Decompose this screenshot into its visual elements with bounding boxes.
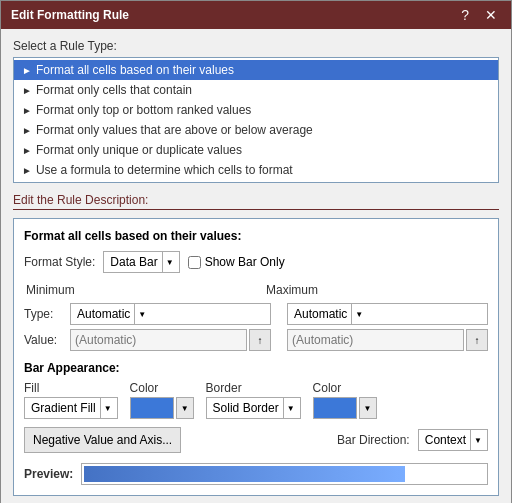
type-selects: Automatic ▼ Automatic ▼ — [70, 303, 488, 325]
value-max-picker-btn[interactable]: ↑ — [466, 329, 488, 351]
preview-bar-fill — [84, 466, 405, 482]
negative-value-axis-button[interactable]: Negative Value and Axis... — [24, 427, 181, 453]
fill-color-swatch[interactable] — [130, 397, 174, 419]
type-min-select[interactable]: Automatic ▼ — [70, 303, 271, 325]
rule-desc-section-label: Edit the Rule Description: — [13, 193, 499, 210]
title-bar-controls: ? ✕ — [457, 7, 501, 23]
min-max-header-row: Minimum Maximum — [24, 283, 488, 299]
rule-item-5-arrow: ► — [22, 165, 32, 176]
bar-appearance-label: Bar Appearance: — [24, 361, 488, 375]
type-max-select[interactable]: Automatic ▼ — [287, 303, 488, 325]
rule-item-2[interactable]: ► Format only top or bottom ranked value… — [14, 100, 498, 120]
format-style-select[interactable]: Data Bar ▼ — [103, 251, 179, 273]
fill-dropdown-arrow[interactable]: ▼ — [100, 398, 115, 418]
bar-direction-dropdown-arrow[interactable]: ▼ — [470, 430, 485, 450]
dialog-title: Edit Formatting Rule — [11, 8, 129, 22]
edit-formatting-rule-dialog: Edit Formatting Rule ? ✕ Select a Rule T… — [0, 0, 512, 503]
value-min-input[interactable] — [70, 329, 247, 351]
border-color-label: Color — [313, 381, 377, 395]
fill-controls: Gradient Fill ▼ — [24, 397, 118, 419]
show-bar-only-label: Show Bar Only — [205, 255, 285, 269]
border-col: Border Solid Border ▼ — [206, 381, 301, 419]
type-max-arrow[interactable]: ▼ — [351, 304, 366, 324]
minimum-col: Minimum — [24, 283, 248, 299]
preview-bar-container — [81, 463, 488, 485]
fill-color-controls: ▼ — [130, 397, 194, 419]
value-min-wrap: ↑ — [70, 329, 271, 351]
rule-item-1-arrow: ► — [22, 85, 32, 96]
rule-item-0-label: Format all cells based on their values — [36, 63, 234, 77]
fill-color-col: Color ▼ — [130, 381, 194, 419]
rule-item-2-label: Format only top or bottom ranked values — [36, 103, 251, 117]
type-min-value: Automatic — [73, 307, 134, 321]
rule-type-label: Select a Rule Type: — [13, 39, 499, 53]
show-bar-only-row: Show Bar Only — [188, 255, 285, 269]
rule-item-5-label: Use a formula to determine which cells t… — [36, 163, 293, 177]
bar-direction-group: Bar Direction: Context ▼ — [337, 429, 488, 451]
rule-item-1-label: Format only cells that contain — [36, 83, 192, 97]
fill-color-dropdown-btn[interactable]: ▼ — [176, 397, 194, 419]
format-style-row: Format Style: Data Bar ▼ Show Bar Only — [24, 251, 488, 273]
value-max-input[interactable] — [287, 329, 464, 351]
border-label: Border — [206, 381, 301, 395]
color-label: Color — [130, 381, 194, 395]
value-max-wrap: ↑ — [287, 329, 488, 351]
rule-item-3-arrow: ► — [22, 125, 32, 136]
rule-item-1[interactable]: ► Format only cells that contain — [14, 80, 498, 100]
rule-type-listbox: ► Format all cells based on their values… — [13, 57, 499, 183]
border-color-dropdown-btn[interactable]: ▼ — [359, 397, 377, 419]
border-dropdown-arrow[interactable]: ▼ — [283, 398, 298, 418]
value-min-picker-btn[interactable]: ↑ — [249, 329, 271, 351]
neg-bar-direction-row: Negative Value and Axis... Bar Direction… — [24, 427, 488, 453]
value-label: Value: — [24, 333, 62, 347]
preview-row: Preview: — [24, 463, 488, 485]
desc-title: Format all cells based on their values: — [24, 229, 488, 243]
type-row: Type: Automatic ▼ Automatic ▼ — [24, 303, 488, 325]
border-select[interactable]: Solid Border ▼ — [206, 397, 301, 419]
rule-item-4-label: Format only unique or duplicate values — [36, 143, 242, 157]
minimum-label: Minimum — [26, 283, 248, 297]
dialog-content: Select a Rule Type: ► Format all cells b… — [1, 29, 511, 503]
bar-direction-label: Bar Direction: — [337, 433, 410, 447]
rule-item-3[interactable]: ► Format only values that are above or b… — [14, 120, 498, 140]
value-inputs: ↑ ↑ — [70, 329, 488, 351]
rule-item-0[interactable]: ► Format all cells based on their values — [14, 60, 498, 80]
fill-select[interactable]: Gradient Fill ▼ — [24, 397, 118, 419]
bar-direction-value: Context — [421, 433, 470, 447]
rule-item-3-label: Format only values that are above or bel… — [36, 123, 313, 137]
title-bar: Edit Formatting Rule ? ✕ — [1, 1, 511, 29]
rule-item-2-arrow: ► — [22, 105, 32, 116]
rule-desc-box: Format all cells based on their values: … — [13, 218, 499, 496]
rule-item-4-arrow: ► — [22, 145, 32, 156]
format-style-dropdown-arrow[interactable]: ▼ — [162, 252, 177, 272]
help-button[interactable]: ? — [457, 7, 473, 23]
format-style-value: Data Bar — [106, 255, 161, 269]
rule-item-4[interactable]: ► Format only unique or duplicate values — [14, 140, 498, 160]
type-min-arrow[interactable]: ▼ — [134, 304, 149, 324]
maximum-label: Maximum — [266, 283, 488, 297]
value-row: Value: ↑ ↑ — [24, 329, 488, 351]
close-button[interactable]: ✕ — [481, 7, 501, 23]
format-style-label: Format Style: — [24, 255, 95, 269]
preview-label: Preview: — [24, 467, 73, 481]
bar-appearance-row: Fill Gradient Fill ▼ Color ▼ — [24, 381, 488, 419]
fill-value: Gradient Fill — [27, 401, 100, 415]
rule-item-5[interactable]: ► Use a formula to determine which cells… — [14, 160, 498, 180]
show-bar-only-checkbox[interactable] — [188, 256, 201, 269]
bar-direction-select[interactable]: Context ▼ — [418, 429, 488, 451]
fill-label: Fill — [24, 381, 118, 395]
border-color-col: Color ▼ — [313, 381, 377, 419]
maximum-col: Maximum — [264, 283, 488, 299]
border-color-controls: ▼ — [313, 397, 377, 419]
rule-item-0-arrow: ► — [22, 65, 32, 76]
type-label: Type: — [24, 307, 62, 321]
border-color-swatch[interactable] — [313, 397, 357, 419]
border-value: Solid Border — [209, 401, 283, 415]
border-controls: Solid Border ▼ — [206, 397, 301, 419]
type-max-value: Automatic — [290, 307, 351, 321]
fill-col: Fill Gradient Fill ▼ — [24, 381, 118, 419]
